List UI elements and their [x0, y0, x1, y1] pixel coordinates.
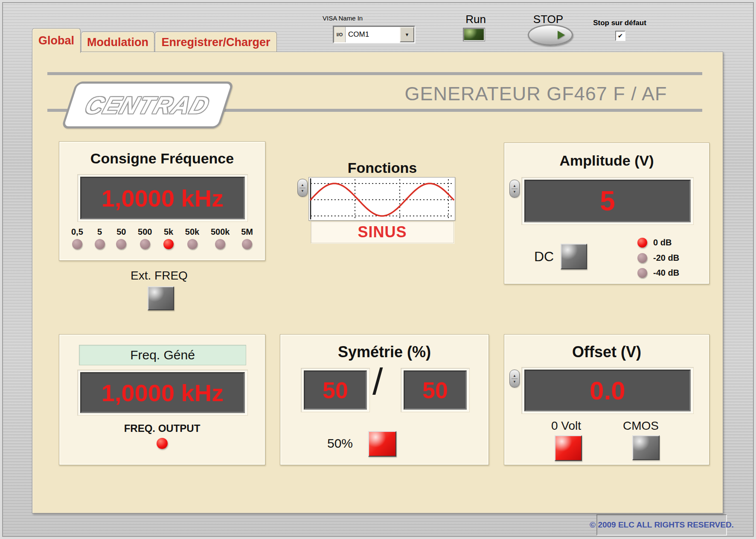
range-label: 5 [97, 227, 102, 237]
stop-on-default-label: Stop sur défaut [580, 19, 659, 27]
range-label: 0,5 [71, 227, 83, 237]
range-item: 500k [211, 227, 230, 249]
range-item: 500 [138, 227, 152, 249]
attenuation-label: -40 dB [653, 268, 679, 278]
range-label: 50k [185, 227, 199, 237]
offset-spinner[interactable]: ▲ ▼ [509, 370, 520, 387]
attenuation-label: 0 dB [653, 238, 672, 248]
range-label: 5k [164, 227, 173, 237]
chevron-down-icon[interactable]: ▼ [400, 27, 414, 42]
spinner-up-icon[interactable]: ▲ [301, 183, 304, 187]
fifty-percent-label: 50% [327, 436, 353, 451]
zero-volt-label: 0 Volt [538, 419, 594, 433]
fonctions-title: Fonctions [318, 160, 446, 176]
freq-range-led-5k[interactable] [163, 239, 174, 249]
freq-output-led [157, 438, 168, 449]
range-item: 5 [95, 227, 105, 249]
attenuation-label: -20 dB [653, 253, 679, 263]
attenuation-20db: -20 dB [637, 253, 679, 263]
symetrie-right-frame: 50 [401, 368, 470, 412]
checkmark-icon: ✔ [618, 32, 623, 40]
tab-modulation[interactable]: Modulation [81, 32, 154, 52]
visa-combo[interactable]: I/O COM1 ▼ [333, 26, 415, 43]
offset-panel: Offset (V) ▲ ▼ 0.0 0 Volt CMOS [504, 334, 709, 465]
zero-volt-button[interactable] [555, 435, 582, 461]
range-label: 50 [116, 227, 126, 237]
stop-button[interactable] [528, 24, 573, 46]
freq-gene-header: Freq. Géné [79, 345, 246, 365]
frequency-range-selector: 0,5 5 50 500 5k 50k 500k 5M [71, 227, 253, 249]
freq-range-led-50[interactable] [116, 239, 126, 249]
range-label: 5M [241, 227, 253, 237]
app-window: VISA Name In I/O COM1 ▼ Run STOP Stop su… [0, 0, 756, 539]
io-icon: I/O [334, 27, 346, 42]
freq-range-led-500k[interactable] [215, 239, 225, 249]
spinner-down-icon[interactable]: ▼ [513, 190, 516, 194]
offset-display[interactable]: 0.0 [524, 370, 691, 411]
freq-gene-panel: Freq. Géné 1,0000 kHz FREQ. OUTPUT [59, 334, 265, 465]
tab-global[interactable]: Global [32, 28, 81, 53]
run-led-indicator [463, 28, 485, 41]
amplitude-display-frame: 5 [521, 177, 694, 225]
amplitude-title: Amplitude (V) [504, 152, 709, 169]
dc-label: DC [534, 249, 554, 265]
amplitude-panel: Amplitude (V) ▲ ▼ 5 DC 0 dB -20 dB -40 d [504, 143, 709, 284]
selected-function-display: SINUS [311, 221, 454, 243]
range-item: 50 [116, 227, 126, 249]
play-arrow-icon [558, 31, 565, 39]
cmos-button[interactable] [632, 435, 660, 460]
consigne-title: Consigne Fréquence [59, 150, 265, 167]
amplitude-spinner[interactable]: ▲ ▼ [509, 180, 520, 198]
logo-text: CENTRAD [82, 91, 214, 119]
offset-title: Offset (V) [504, 343, 709, 361]
freq-range-led-50k[interactable] [187, 239, 198, 249]
symetrie-separator: / [372, 363, 383, 400]
freq-range-led-0-5[interactable] [72, 239, 82, 249]
symetrie-right-display[interactable]: 50 [404, 370, 467, 410]
freq-range-led-500[interactable] [140, 239, 150, 249]
centrad-logo: CENTRAD [61, 82, 234, 128]
consigne-frequence-panel: Consigne Fréquence 1,0000 kHz 0,5 5 50 5… [59, 141, 265, 261]
fifty-percent-button[interactable] [368, 431, 396, 457]
global-tab-page: CENTRAD GENERATEUR GF467 F / AF Consigne… [32, 52, 723, 513]
spinner-up-icon[interactable]: ▲ [513, 374, 516, 378]
copyright-notice: © 2009 ELC ALL RIGHTS RESERVED. [596, 514, 727, 536]
ext-freq-button[interactable] [148, 286, 174, 310]
attenuation-40db: -40 dB [637, 268, 679, 278]
fonctions-spinner[interactable]: ▲ ▼ [297, 179, 308, 197]
attenuation-0db: 0 dB [637, 238, 672, 248]
offset-display-frame: 0.0 [521, 367, 694, 414]
stop-on-default-checkbox[interactable]: ✔ [615, 31, 625, 41]
spinner-up-icon[interactable]: ▲ [513, 184, 516, 188]
range-item: 0,5 [71, 227, 83, 249]
visa-value[interactable]: COM1 [346, 27, 400, 42]
divider [299, 188, 305, 188]
visa-name-label: VISA Name In [323, 15, 363, 22]
freq-gene-display-frame: 1,0000 kHz [77, 370, 248, 416]
range-item: 50k [185, 227, 199, 249]
dc-button[interactable] [561, 244, 587, 269]
freq-range-led-5M[interactable] [242, 239, 252, 249]
consigne-frequency-display[interactable]: 1,0000 kHz [80, 177, 245, 219]
attenuation-led-20db[interactable] [637, 253, 647, 263]
divider [47, 72, 702, 75]
divider [512, 189, 518, 189]
spinner-down-icon[interactable]: ▼ [301, 189, 304, 193]
consigne-display-frame: 1,0000 kHz [77, 174, 248, 222]
page-title: GENERATEUR GF467 F / AF [399, 83, 672, 105]
symetrie-left-display[interactable]: 50 [304, 370, 367, 410]
attenuation-led-40db[interactable] [637, 268, 647, 278]
range-item: 5k [163, 227, 174, 249]
spinner-down-icon[interactable]: ▼ [513, 380, 516, 384]
waveform-svg [309, 178, 455, 220]
freq-range-led-5[interactable] [95, 239, 105, 249]
range-label: 500k [211, 227, 230, 237]
attenuation-led-0db[interactable] [637, 238, 647, 248]
freq-output-label: FREQ. OUTPUT [59, 422, 265, 434]
amplitude-display[interactable]: 5 [524, 180, 691, 222]
fonctions-waveform-graph [308, 177, 455, 221]
ext-freq-label: Ext. FREQ [127, 269, 191, 283]
tab-enregistrer-charger[interactable]: Enregistrer/Charger [155, 32, 277, 52]
range-label: 500 [138, 227, 152, 237]
symetrie-title: Symétrie (%) [280, 343, 488, 361]
